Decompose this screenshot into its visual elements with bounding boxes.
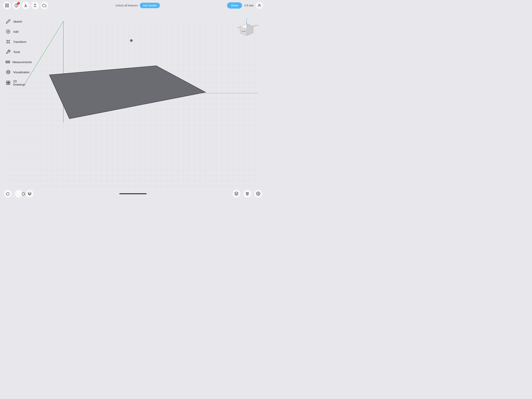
sidebar-item-measurements[interactable]: Measurements <box>1 57 33 67</box>
svg-rect-3 <box>7 6 9 7</box>
3d-viewport[interactable]: Z X Front ↖ <box>0 11 266 188</box>
share-button[interactable]: Share <box>227 2 242 9</box>
svg-rect-0 <box>6 4 7 5</box>
notification-badge: ! <box>17 2 20 5</box>
sidebar-item-transform[interactable]: Transform <box>1 37 33 46</box>
viewport-canvas: Z X Front ↖ <box>0 11 266 188</box>
svg-text:↖: ↖ <box>238 26 240 29</box>
redo-button[interactable] <box>15 190 23 198</box>
measurement-unit: mm <box>249 4 253 7</box>
svg-text:Z: Z <box>246 18 247 20</box>
svg-point-5 <box>16 6 17 6</box>
download-button[interactable] <box>22 1 30 9</box>
sidebar-item-add[interactable]: Add <box>1 27 33 36</box>
sidebar-item-tools[interactable]: Tools <box>1 47 33 57</box>
home-indicator <box>119 193 147 194</box>
bottom-left-controls <box>4 190 33 198</box>
svg-rect-98 <box>8 81 10 83</box>
svg-rect-2 <box>6 6 7 7</box>
svg-rect-100 <box>8 83 10 84</box>
top-toolbar: ! Unlock all features See Details Sha <box>0 0 266 11</box>
svg-point-6 <box>259 4 260 6</box>
measurement-hash: # <box>244 4 246 7</box>
bottom-right-controls <box>233 190 262 198</box>
transform-icon <box>6 39 11 45</box>
svg-text:X: X <box>257 24 258 26</box>
sidebar-item-visualization[interactable]: Visualization <box>1 67 33 77</box>
unlock-text: Unlock all features <box>115 4 138 7</box>
sidebar-item-sketch[interactable]: Sketch <box>1 17 33 26</box>
transform-label: Transform <box>13 40 26 44</box>
tools-label: Tools <box>13 50 20 54</box>
undo-button[interactable] <box>4 190 12 198</box>
svg-rect-97 <box>6 81 8 83</box>
toolbar-right: Share # 5 mm <box>227 2 263 9</box>
cloud-button[interactable] <box>40 1 48 9</box>
sidebar-item-2d-drawings[interactable]: 2D Drawings <box>1 77 33 88</box>
layers-button[interactable] <box>26 190 33 198</box>
svg-rect-1 <box>7 4 9 5</box>
export-button[interactable] <box>31 1 39 9</box>
magnet-button[interactable] <box>243 190 251 198</box>
tools-icon <box>6 49 11 55</box>
help-button[interactable]: ! <box>13 1 20 9</box>
visualization-label: Visualization <box>13 71 30 74</box>
measurement-display: # 5 mm <box>244 4 253 7</box>
add-label: Add <box>13 30 19 33</box>
see-details-button[interactable]: See Details <box>140 3 160 8</box>
sketch-icon <box>6 19 11 24</box>
add-icon <box>6 29 11 34</box>
measurement-value: 5 <box>247 4 248 7</box>
bottom-toolbar <box>0 188 266 200</box>
measurements-label: Measurements <box>13 60 32 64</box>
svg-rect-89 <box>7 41 9 43</box>
toolbar-left: ! <box>3 1 48 9</box>
profile-button[interactable] <box>256 2 263 9</box>
apps-button[interactable] <box>3 1 11 9</box>
drawings-label: 2D Drawings <box>13 79 30 86</box>
visualization-icon <box>6 69 11 75</box>
layers-stack-button[interactable] <box>233 190 240 198</box>
drawings-icon <box>6 80 11 85</box>
left-sidebar: Sketch Add Transform Tools <box>0 11 35 188</box>
measurements-icon <box>6 59 10 65</box>
svg-point-104 <box>258 193 259 194</box>
svg-point-75 <box>130 39 133 42</box>
toolbar-center: Unlock all features See Details <box>48 3 227 8</box>
svg-rect-99 <box>6 83 8 84</box>
sketch-label: Sketch <box>13 20 22 23</box>
home-indicator-container <box>119 193 147 194</box>
svg-text:Front: Front <box>242 30 246 32</box>
settings-button[interactable] <box>254 190 262 198</box>
